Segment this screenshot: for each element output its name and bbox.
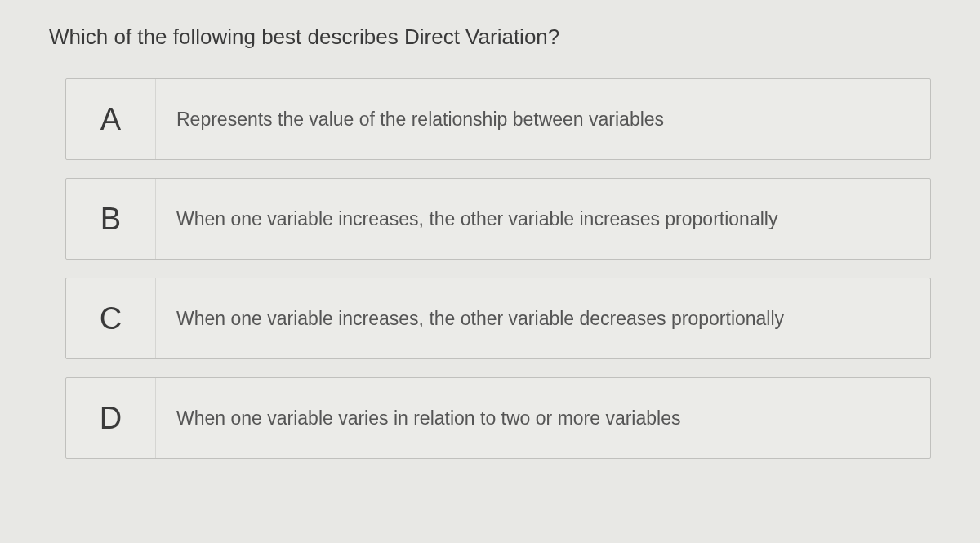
option-b-text: When one variable increases, the other v… xyxy=(156,179,930,259)
options-container: A Represents the value of the relationsh… xyxy=(41,78,939,459)
option-a-text: Represents the value of the relationship… xyxy=(156,79,930,159)
option-a-letter: A xyxy=(66,79,156,159)
option-d[interactable]: D When one variable varies in relation t… xyxy=(65,377,931,459)
option-c-text: When one variable increases, the other v… xyxy=(156,278,930,358)
option-b-letter: B xyxy=(66,179,156,259)
option-a[interactable]: A Represents the value of the relationsh… xyxy=(65,78,931,160)
option-c[interactable]: C When one variable increases, the other… xyxy=(65,278,931,359)
question-text: Which of the following best describes Di… xyxy=(41,24,939,50)
option-d-letter: D xyxy=(66,378,156,458)
option-b[interactable]: B When one variable increases, the other… xyxy=(65,178,931,260)
option-c-letter: C xyxy=(66,278,156,358)
option-d-text: When one variable varies in relation to … xyxy=(156,378,930,458)
